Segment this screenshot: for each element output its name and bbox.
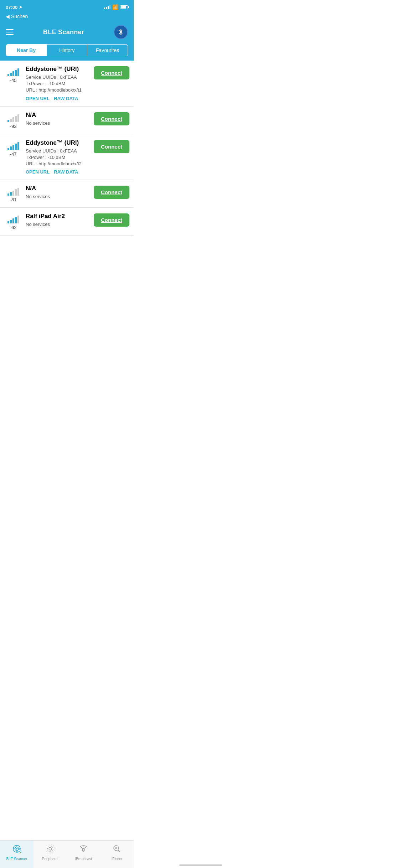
nav-back[interactable]: ◀ Suchen [0, 12, 134, 22]
device-info-2: N/ANo services [26, 112, 90, 126]
signal-col-5: -62 [4, 213, 22, 230]
status-icons: 📶 [104, 4, 128, 10]
rssi-value-1: -45 [10, 78, 17, 83]
device-detail-3: TxPower : -10 dBM [26, 154, 90, 161]
raw-data-link-1[interactable]: RAW DATA [54, 96, 78, 101]
device-detail-3: Service UUIDs : 0xFEAA [26, 148, 90, 154]
rssi-value-5: -62 [10, 225, 17, 230]
device-actions-5: Connect [94, 213, 129, 227]
device-detail-5: No services [26, 221, 90, 228]
connect-button-4[interactable]: Connect [94, 186, 129, 199]
device-item-2: -93N/ANo servicesConnect [0, 107, 134, 134]
device-item-4: -81N/ANo servicesConnect [0, 180, 134, 208]
url-actions-3: OPEN URLRAW DATA [26, 169, 90, 175]
device-item-3: -47Eddystone™ (URI)Service UUIDs : 0xFEA… [0, 134, 134, 180]
connect-button-1[interactable]: Connect [94, 66, 129, 79]
device-info-1: Eddystone™ (URI)Service UUIDs : 0xFEAATx… [26, 66, 90, 101]
device-name-1: Eddystone™ (URI) [26, 66, 90, 73]
device-detail-4: No services [26, 193, 90, 200]
connect-button-3[interactable]: Connect [94, 140, 129, 153]
signal-col-2: -93 [4, 112, 22, 129]
rssi-value-3: -47 [10, 151, 17, 157]
device-item-5: -62Ralf iPad Air2No servicesConnect [0, 208, 134, 236]
cell-signal-icon [104, 5, 110, 9]
device-item-1: -45Eddystone™ (URI)Service UUIDs : 0xFEA… [0, 61, 134, 107]
device-info-4: N/ANo services [26, 185, 90, 200]
device-actions-4: Connect [94, 185, 129, 199]
status-bar: 07:00 ➤ 📶 [0, 0, 134, 12]
tab-history[interactable]: History [47, 45, 87, 56]
device-detail-1: TxPower : -10 dBM [26, 81, 90, 87]
raw-data-link-3[interactable]: RAW DATA [54, 169, 78, 175]
device-actions-2: Connect [94, 112, 129, 125]
device-info-5: Ralf iPad Air2No services [26, 213, 90, 228]
signal-icon-2 [7, 112, 19, 122]
device-detail-1: Service UUIDs : 0xFEAA [26, 74, 90, 81]
device-name-2: N/A [26, 112, 90, 119]
signal-col-3: -47 [4, 139, 22, 157]
app-header: BLE Scanner [0, 22, 134, 44]
open-url-link-3[interactable]: OPEN URL [26, 169, 50, 175]
url-actions-1: OPEN URLRAW DATA [26, 96, 90, 101]
app-title: BLE Scanner [43, 29, 84, 36]
connect-button-5[interactable]: Connect [94, 213, 129, 227]
device-name-3: Eddystone™ (URI) [26, 139, 90, 146]
device-actions-1: Connect [94, 66, 129, 79]
rssi-value-2: -93 [10, 124, 17, 129]
signal-icon-1 [7, 66, 19, 76]
status-time: 07:00 [6, 5, 17, 10]
signal-col-1: -45 [4, 66, 22, 83]
signal-icon-5 [7, 213, 19, 223]
menu-button[interactable] [6, 29, 14, 35]
back-label[interactable]: ◀ Suchen [6, 14, 28, 19]
device-name-4: N/A [26, 185, 90, 192]
signal-icon-4 [7, 186, 19, 196]
device-detail-1: URL : http://moodlebox/x/t1 [26, 87, 90, 93]
device-list: -45Eddystone™ (URI)Service UUIDs : 0xFEA… [0, 61, 134, 236]
device-info-3: Eddystone™ (URI)Service UUIDs : 0xFEAATx… [26, 139, 90, 175]
bluetooth-button[interactable] [114, 25, 128, 39]
device-detail-2: No services [26, 120, 90, 126]
wifi-icon: 📶 [112, 4, 118, 10]
tab-favourites[interactable]: Favourites [87, 45, 128, 56]
signal-icon-3 [7, 140, 19, 150]
location-icon: ➤ [19, 5, 22, 10]
battery-icon [120, 5, 128, 9]
rssi-value-4: -81 [10, 197, 17, 202]
device-name-5: Ralf iPad Air2 [26, 213, 90, 220]
device-actions-3: Connect [94, 139, 129, 153]
tabs-container: Near By History Favourites [6, 44, 128, 56]
tab-nearby[interactable]: Near By [6, 45, 47, 56]
connect-button-2[interactable]: Connect [94, 112, 129, 125]
device-detail-3: URL : http://moodlebox/x/t2 [26, 161, 90, 167]
signal-col-4: -81 [4, 185, 22, 202]
tab-bar: Near By History Favourites [0, 44, 134, 61]
open-url-link-1[interactable]: OPEN URL [26, 96, 50, 101]
